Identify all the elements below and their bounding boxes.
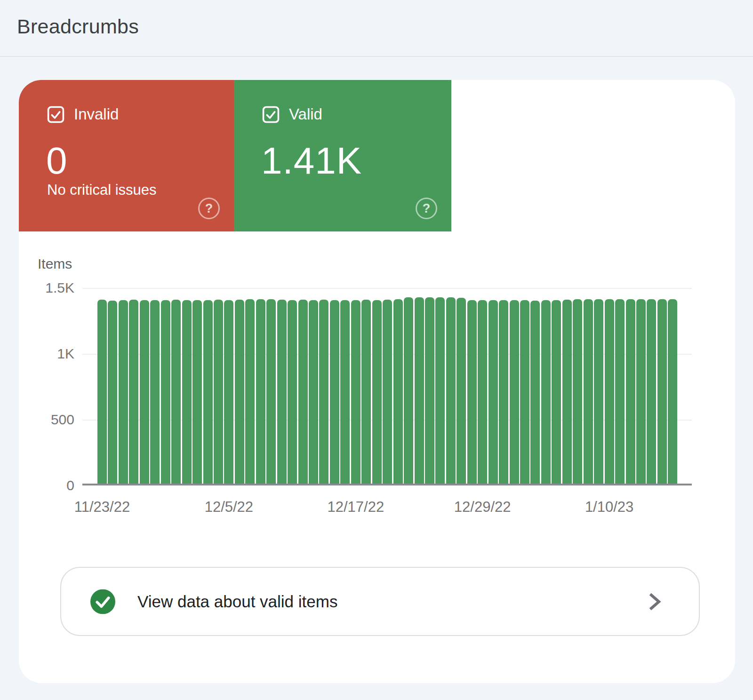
chart-bar[interactable] bbox=[340, 300, 350, 484]
page-header: Breadcrumbs bbox=[0, 0, 753, 57]
chart-bar[interactable] bbox=[520, 300, 529, 484]
chart-bar[interactable] bbox=[584, 299, 593, 484]
chart-bar[interactable] bbox=[150, 300, 160, 484]
help-icon[interactable]: ? bbox=[416, 198, 437, 219]
check-circle-icon bbox=[90, 589, 115, 614]
valid-count: 1.41K bbox=[261, 139, 362, 183]
chart-bar[interactable] bbox=[277, 300, 287, 484]
chart-bar[interactable] bbox=[594, 299, 603, 484]
chart-bar[interactable] bbox=[256, 299, 265, 484]
chart-bar[interactable] bbox=[224, 300, 233, 484]
chart-plot-area bbox=[82, 288, 692, 485]
chart-bar[interactable] bbox=[372, 300, 382, 484]
chart-bar[interactable] bbox=[214, 300, 223, 484]
invalid-label: Invalid bbox=[74, 105, 119, 123]
chart-bar[interactable] bbox=[361, 300, 371, 484]
chart-bar[interactable] bbox=[119, 300, 128, 484]
chart-y-axis-title: Items bbox=[38, 256, 72, 272]
chart-bar[interactable] bbox=[351, 300, 360, 484]
chart-bar[interactable] bbox=[636, 299, 646, 484]
chart-bar[interactable] bbox=[235, 300, 244, 484]
chart-bar[interactable] bbox=[615, 299, 625, 484]
valid-card-header: Valid bbox=[262, 105, 322, 123]
chart-bar[interactable] bbox=[298, 300, 308, 484]
chart-bar[interactable] bbox=[393, 299, 403, 484]
chart-bar[interactable] bbox=[415, 297, 424, 484]
y-axis-tick-label: 1K bbox=[19, 346, 74, 362]
page-title: Breadcrumbs bbox=[17, 15, 139, 38]
chart-bar[interactable] bbox=[182, 300, 192, 484]
chart-bar[interactable] bbox=[171, 300, 181, 484]
chart-bar[interactable] bbox=[309, 300, 318, 484]
y-axis-tick-label: 1.5K bbox=[19, 280, 74, 296]
help-icon[interactable]: ? bbox=[198, 198, 220, 219]
breadcrumbs-report-page: Breadcrumbs Invalid 0 No critical issues… bbox=[0, 0, 753, 700]
chart-bar[interactable] bbox=[425, 297, 434, 484]
chart-bar[interactable] bbox=[541, 300, 551, 484]
x-axis-tick-label: 12/5/22 bbox=[205, 499, 253, 516]
x-axis-tick-label: 12/29/22 bbox=[454, 499, 511, 516]
chart-bar[interactable] bbox=[573, 299, 582, 484]
chart-bar[interactable] bbox=[435, 297, 445, 484]
x-axis-tick-label: 1/10/23 bbox=[585, 499, 633, 516]
gridline bbox=[82, 288, 692, 289]
chart-bar[interactable] bbox=[467, 300, 477, 484]
invalid-sublabel: No critical issues bbox=[47, 182, 157, 199]
report-card: Invalid 0 No critical issues ? Valid 1.4… bbox=[19, 80, 735, 683]
chart-bar[interactable] bbox=[668, 299, 677, 484]
chart-bar[interactable] bbox=[330, 300, 339, 484]
chart-bar[interactable] bbox=[605, 299, 614, 484]
chart-bar[interactable] bbox=[140, 300, 149, 484]
chart-bar[interactable] bbox=[626, 299, 635, 484]
chart-bar[interactable] bbox=[457, 298, 466, 484]
chart-bar[interactable] bbox=[192, 300, 202, 484]
chevron-right-icon bbox=[647, 592, 663, 611]
chart-bar[interactable] bbox=[647, 299, 656, 484]
chart-bar[interactable] bbox=[266, 299, 276, 484]
invalid-summary-card[interactable]: Invalid 0 No critical issues ? bbox=[19, 80, 234, 231]
chart-bar[interactable] bbox=[530, 301, 540, 484]
y-axis-tick-label: 0 bbox=[19, 477, 74, 493]
chart-bar[interactable] bbox=[489, 300, 498, 484]
chart-bar[interactable] bbox=[161, 300, 170, 484]
x-axis-tick-label: 11/23/22 bbox=[74, 499, 130, 516]
view-valid-items-label: View data about valid items bbox=[137, 592, 337, 611]
chart-bar[interactable] bbox=[499, 300, 508, 484]
chart-bar[interactable] bbox=[446, 297, 456, 484]
checkbox-checked-icon[interactable] bbox=[47, 106, 64, 123]
x-axis-tick-label: 12/17/22 bbox=[327, 499, 384, 516]
chart-bar[interactable] bbox=[383, 300, 392, 484]
y-axis-tick-label: 500 bbox=[19, 412, 74, 428]
valid-summary-card[interactable]: Valid 1.41K ? bbox=[234, 80, 451, 231]
view-valid-items-button[interactable]: View data about valid items bbox=[60, 567, 700, 636]
chart-bar[interactable] bbox=[657, 299, 667, 484]
chart-bar[interactable] bbox=[288, 300, 297, 484]
chart-bar[interactable] bbox=[97, 300, 107, 484]
checkbox-checked-icon[interactable] bbox=[262, 106, 280, 123]
chart-bar[interactable] bbox=[129, 300, 138, 484]
chart-bar[interactable] bbox=[478, 300, 487, 484]
chart-bar[interactable] bbox=[404, 297, 413, 484]
invalid-card-header: Invalid bbox=[47, 105, 119, 123]
invalid-count: 0 bbox=[46, 139, 68, 183]
valid-label: Valid bbox=[289, 105, 322, 123]
chart-bar[interactable] bbox=[562, 300, 572, 484]
chart-bar[interactable] bbox=[510, 300, 519, 484]
chart-bar[interactable] bbox=[319, 300, 328, 484]
chart-bar[interactable] bbox=[552, 300, 561, 484]
chart-bar[interactable] bbox=[108, 301, 117, 484]
chart-bar[interactable] bbox=[245, 299, 255, 484]
chart-bar[interactable] bbox=[203, 300, 213, 484]
